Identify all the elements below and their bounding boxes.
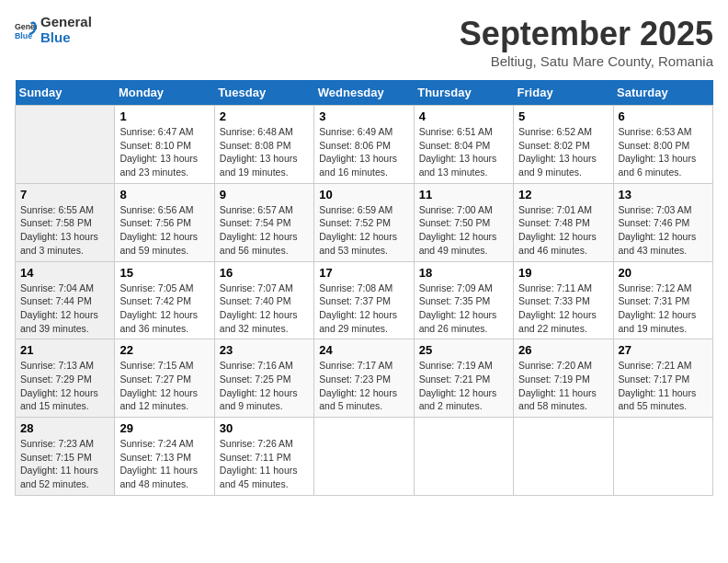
calendar-cell <box>314 418 414 496</box>
calendar-cell: 13Sunrise: 7:03 AMSunset: 7:46 PMDayligh… <box>613 183 712 261</box>
calendar-cell: 1Sunrise: 6:47 AMSunset: 8:10 PMDaylight… <box>115 106 214 184</box>
day-number: 18 <box>419 266 508 280</box>
day-info: Sunrise: 7:24 AMSunset: 7:13 PMDaylight:… <box>119 437 209 491</box>
calendar-cell: 7Sunrise: 6:55 AMSunset: 7:58 PMDaylight… <box>16 183 115 261</box>
day-number: 15 <box>119 266 209 280</box>
calendar-cell: 16Sunrise: 7:07 AMSunset: 7:40 PMDayligh… <box>214 261 313 339</box>
day-info: Sunrise: 6:48 AMSunset: 8:08 PMDaylight:… <box>220 125 309 179</box>
day-info: Sunrise: 6:47 AMSunset: 8:10 PMDaylight:… <box>119 125 209 179</box>
day-number: 19 <box>518 266 608 280</box>
calendar-cell: 12Sunrise: 7:01 AMSunset: 7:48 PMDayligh… <box>514 183 613 261</box>
calendar-cell: 19Sunrise: 7:11 AMSunset: 7:33 PMDayligh… <box>514 261 613 339</box>
logo: General Blue General Blue <box>15 15 92 45</box>
header: General Blue General Blue September 2025… <box>15 15 713 69</box>
calendar-cell: 24Sunrise: 7:17 AMSunset: 7:23 PMDayligh… <box>314 339 414 418</box>
calendar-cell: 20Sunrise: 7:12 AMSunset: 7:31 PMDayligh… <box>613 261 712 339</box>
day-number: 20 <box>619 266 708 280</box>
day-info: Sunrise: 6:51 AMSunset: 8:04 PMDaylight:… <box>419 125 508 179</box>
day-info: Sunrise: 7:23 AMSunset: 7:15 PMDaylight:… <box>20 437 109 491</box>
calendar-cell: 2Sunrise: 6:48 AMSunset: 8:08 PMDaylight… <box>214 106 313 184</box>
day-number: 2 <box>220 109 309 123</box>
calendar-cell: 25Sunrise: 7:19 AMSunset: 7:21 PMDayligh… <box>414 339 513 418</box>
day-info: Sunrise: 7:05 AMSunset: 7:42 PMDaylight:… <box>119 282 209 336</box>
calendar-cell: 5Sunrise: 6:52 AMSunset: 8:02 PMDaylight… <box>514 106 613 184</box>
day-number: 3 <box>319 109 408 123</box>
calendar-cell: 22Sunrise: 7:15 AMSunset: 7:27 PMDayligh… <box>115 339 214 418</box>
month-title: September 2025 <box>460 15 713 53</box>
day-info: Sunrise: 7:07 AMSunset: 7:40 PMDaylight:… <box>220 282 309 336</box>
calendar-cell: 29Sunrise: 7:24 AMSunset: 7:13 PMDayligh… <box>115 418 214 496</box>
week-row-2: 7Sunrise: 6:55 AMSunset: 7:58 PMDaylight… <box>16 183 713 261</box>
day-info: Sunrise: 7:21 AMSunset: 7:17 PMDaylight:… <box>619 359 708 413</box>
day-info: Sunrise: 7:16 AMSunset: 7:25 PMDaylight:… <box>220 359 309 413</box>
header-wednesday: Wednesday <box>314 80 414 106</box>
day-info: Sunrise: 6:53 AMSunset: 8:00 PMDaylight:… <box>619 125 708 179</box>
day-info: Sunrise: 7:17 AMSunset: 7:23 PMDaylight:… <box>319 359 408 413</box>
calendar-cell: 27Sunrise: 7:21 AMSunset: 7:17 PMDayligh… <box>613 339 712 418</box>
day-info: Sunrise: 7:04 AMSunset: 7:44 PMDaylight:… <box>20 282 109 336</box>
calendar-cell: 8Sunrise: 6:56 AMSunset: 7:56 PMDaylight… <box>115 183 214 261</box>
day-number: 25 <box>419 343 508 357</box>
day-info: Sunrise: 7:19 AMSunset: 7:21 PMDaylight:… <box>419 359 508 413</box>
day-number: 5 <box>518 109 608 123</box>
day-info: Sunrise: 7:08 AMSunset: 7:37 PMDaylight:… <box>319 282 408 336</box>
day-number: 23 <box>220 343 309 357</box>
day-info: Sunrise: 7:09 AMSunset: 7:35 PMDaylight:… <box>419 282 508 336</box>
day-number: 14 <box>20 266 109 280</box>
calendar-cell: 17Sunrise: 7:08 AMSunset: 7:37 PMDayligh… <box>314 261 414 339</box>
calendar-cell: 21Sunrise: 7:13 AMSunset: 7:29 PMDayligh… <box>16 339 115 418</box>
calendar-cell: 15Sunrise: 7:05 AMSunset: 7:42 PMDayligh… <box>115 261 214 339</box>
day-info: Sunrise: 7:11 AMSunset: 7:33 PMDaylight:… <box>518 282 608 336</box>
location-subtitle: Beltiug, Satu Mare County, Romania <box>460 53 713 69</box>
day-number: 6 <box>619 109 708 123</box>
calendar-cell <box>613 418 712 496</box>
calendar-cell: 30Sunrise: 7:26 AMSunset: 7:11 PMDayligh… <box>214 418 313 496</box>
header-row: SundayMondayTuesdayWednesdayThursdayFrid… <box>16 80 713 106</box>
day-info: Sunrise: 7:20 AMSunset: 7:19 PMDaylight:… <box>518 359 608 413</box>
week-row-4: 21Sunrise: 7:13 AMSunset: 7:29 PMDayligh… <box>16 339 713 418</box>
calendar-cell: 28Sunrise: 7:23 AMSunset: 7:15 PMDayligh… <box>16 418 115 496</box>
day-number: 1 <box>119 109 209 123</box>
day-number: 27 <box>619 343 708 357</box>
day-number: 4 <box>419 109 508 123</box>
day-info: Sunrise: 6:56 AMSunset: 7:56 PMDaylight:… <box>119 203 209 258</box>
calendar-table: SundayMondayTuesdayWednesdayThursdayFrid… <box>15 80 713 496</box>
day-info: Sunrise: 7:13 AMSunset: 7:29 PMDaylight:… <box>20 359 109 413</box>
day-number: 30 <box>220 421 309 435</box>
header-sunday: Sunday <box>16 80 115 106</box>
day-info: Sunrise: 7:01 AMSunset: 7:48 PMDaylight:… <box>518 203 608 258</box>
day-info: Sunrise: 6:57 AMSunset: 7:54 PMDaylight:… <box>220 203 309 258</box>
day-number: 11 <box>419 188 508 201</box>
calendar-cell: 23Sunrise: 7:16 AMSunset: 7:25 PMDayligh… <box>214 339 313 418</box>
day-number: 7 <box>20 188 109 201</box>
day-info: Sunrise: 6:49 AMSunset: 8:06 PMDaylight:… <box>319 125 408 179</box>
calendar-cell: 18Sunrise: 7:09 AMSunset: 7:35 PMDayligh… <box>414 261 513 339</box>
week-row-5: 28Sunrise: 7:23 AMSunset: 7:15 PMDayligh… <box>16 418 713 496</box>
title-area: September 2025 Beltiug, Satu Mare County… <box>460 15 713 69</box>
day-number: 13 <box>619 188 708 201</box>
header-friday: Friday <box>514 80 613 106</box>
calendar-cell <box>514 418 613 496</box>
day-number: 24 <box>319 343 408 357</box>
calendar-cell <box>414 418 513 496</box>
header-tuesday: Tuesday <box>214 80 313 106</box>
calendar-cell: 6Sunrise: 6:53 AMSunset: 8:00 PMDaylight… <box>613 106 712 184</box>
day-info: Sunrise: 6:55 AMSunset: 7:58 PMDaylight:… <box>20 203 109 258</box>
header-monday: Monday <box>115 80 214 106</box>
day-info: Sunrise: 6:59 AMSunset: 7:52 PMDaylight:… <box>319 203 408 258</box>
calendar-cell: 11Sunrise: 7:00 AMSunset: 7:50 PMDayligh… <box>414 183 513 261</box>
header-thursday: Thursday <box>414 80 513 106</box>
day-number: 29 <box>119 421 209 435</box>
calendar-cell: 14Sunrise: 7:04 AMSunset: 7:44 PMDayligh… <box>16 261 115 339</box>
logo-icon: General Blue <box>15 19 37 41</box>
day-number: 26 <box>518 343 608 357</box>
calendar-cell: 4Sunrise: 6:51 AMSunset: 8:04 PMDaylight… <box>414 106 513 184</box>
day-number: 12 <box>518 188 608 201</box>
day-number: 21 <box>20 343 109 357</box>
calendar-cell <box>16 106 115 184</box>
logo-blue: Blue <box>40 30 92 46</box>
day-info: Sunrise: 7:00 AMSunset: 7:50 PMDaylight:… <box>419 203 508 258</box>
svg-text:Blue: Blue <box>15 30 32 40</box>
day-info: Sunrise: 7:03 AMSunset: 7:46 PMDaylight:… <box>619 203 708 258</box>
calendar-cell: 10Sunrise: 6:59 AMSunset: 7:52 PMDayligh… <box>314 183 414 261</box>
